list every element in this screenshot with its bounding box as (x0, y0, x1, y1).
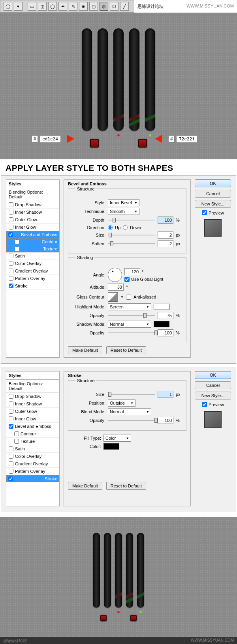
highlight-opacity-slider[interactable] (108, 313, 155, 318)
highlight-opacity-input[interactable] (158, 312, 173, 319)
depth-input[interactable] (158, 217, 173, 224)
depth-slider[interactable] (108, 217, 155, 223)
pen-tool-icon[interactable]: ✒ (58, 2, 67, 11)
bevel-settings: Bevel and Emboss Structure Style:Inner B… (64, 179, 191, 358)
panel-title: Stroke (68, 373, 186, 378)
style-stroke[interactable]: Stroke (6, 282, 59, 290)
altitude-input[interactable] (108, 284, 124, 291)
watermark-top: 思缘设计论坛 WWW.MISSYUAN.COM (134, 3, 237, 10)
style-pattern-overlay[interactable]: Pattern Overlay (6, 275, 59, 282)
size-input[interactable] (158, 231, 173, 239)
styles-header: Styles (6, 371, 59, 380)
style-select[interactable]: Inner Bevel▼ (108, 199, 139, 206)
style-bevel-emboss[interactable]: Bevel and Emboss (6, 231, 59, 238)
rect-tool-icon[interactable]: ▭ (28, 2, 36, 11)
freeform-pen-icon[interactable]: ✎ (69, 2, 77, 11)
style-contour[interactable]: Contour (6, 238, 59, 245)
anti-aliased-checkbox[interactable] (126, 295, 131, 300)
shadow-opacity-input[interactable] (158, 329, 173, 336)
polygon-tool-icon[interactable]: ⬡ (110, 2, 118, 11)
style-inner-glow[interactable]: Inner Glow (6, 224, 59, 231)
canvas-preview-top: # ed1c24 # 72e22f (0, 13, 237, 159)
rounded-rect-tool-icon[interactable]: ◫ (38, 2, 47, 11)
preview-checkbox[interactable] (202, 210, 207, 215)
shadow-mode-select[interactable]: Normal▼ (108, 321, 151, 328)
soften-slider[interactable] (108, 241, 155, 246)
hash-label: # (168, 135, 175, 142)
direction-down-radio[interactable] (123, 225, 128, 230)
rounded-square-icon[interactable]: ▢ (89, 2, 98, 11)
red-hex-value: ed1c24 (40, 135, 61, 143)
position-select[interactable]: Outside▼ (108, 399, 135, 407)
style-drop-shadow[interactable]: Drop Shadow (6, 201, 59, 209)
cancel-button[interactable]: Cancel (195, 190, 231, 198)
style-pattern-overlay[interactable]: Pattern Overlay (6, 468, 59, 475)
new-style-button[interactable]: New Style... (195, 392, 231, 399)
reset-default-button[interactable]: Reset to Default (106, 482, 146, 490)
style-color-overlay[interactable]: Color Overlay (6, 260, 59, 267)
shadow-color-swatch[interactable] (154, 321, 169, 327)
global-light-checkbox[interactable] (124, 277, 130, 282)
stroke-size-input[interactable] (158, 391, 173, 398)
line-tool-icon[interactable]: ╱ (120, 2, 129, 11)
soften-input[interactable] (158, 240, 173, 247)
bar-shape (137, 533, 144, 608)
bar-shape (98, 28, 108, 131)
style-drop-shadow[interactable]: Drop Shadow (6, 393, 59, 400)
style-texture[interactable]: Texture (6, 438, 59, 445)
fill-type-select[interactable]: Color▼ (103, 435, 131, 442)
style-inner-glow[interactable]: Inner Glow (6, 415, 59, 423)
green-dot (139, 611, 142, 613)
preview-checkbox[interactable] (202, 402, 207, 407)
new-style-button[interactable]: New Style... (195, 200, 231, 208)
angle-wheel[interactable] (108, 268, 122, 282)
red-button-shape (130, 615, 137, 621)
blending-options-row[interactable]: Blending Options: Default (6, 188, 59, 201)
style-outer-glow[interactable]: Outer Glow (6, 408, 59, 415)
make-default-button[interactable]: Make Default (68, 482, 102, 490)
style-texture[interactable]: Texture (6, 245, 59, 252)
rounded-rect-active-icon[interactable]: ◍ (100, 2, 108, 11)
square-tool-icon[interactable]: ■ (79, 2, 88, 11)
size-slider[interactable] (108, 232, 155, 238)
structure-legend: Structure (75, 187, 96, 191)
hash-label: # (32, 135, 38, 142)
style-color-overlay[interactable]: Color Overlay (6, 453, 59, 460)
cancel-button[interactable]: Cancel (195, 381, 231, 389)
highlight-color-swatch[interactable] (154, 304, 169, 310)
style-bevel-emboss[interactable]: Bevel and Emboss (6, 423, 59, 430)
dropdown-icon[interactable]: ▾ (14, 2, 23, 11)
make-default-button[interactable]: Make Default (68, 346, 102, 354)
style-gradient-overlay[interactable]: Gradient Overlay (6, 460, 59, 468)
stroke-opacity-slider[interactable] (108, 418, 155, 423)
technique-select[interactable]: Smooth▼ (108, 208, 139, 215)
direction-up-radio[interactable] (108, 225, 113, 230)
style-satin[interactable]: Satin (6, 445, 59, 453)
style-inner-shadow[interactable]: Inner Shadow (6, 209, 59, 216)
style-stroke[interactable]: Stroke (6, 475, 59, 482)
styles-header: Styles (6, 180, 59, 188)
angle-input[interactable] (124, 268, 140, 275)
stroke-size-slider[interactable] (108, 392, 155, 397)
style-gradient-overlay[interactable]: Gradient Overlay (6, 267, 59, 275)
ellipse-tool-icon[interactable]: ◯ (4, 2, 12, 11)
style-satin[interactable]: Satin (6, 252, 59, 260)
highlight-mode-select[interactable]: Screen▼ (108, 303, 151, 310)
ellipse2-tool-icon[interactable]: ◯ (48, 2, 57, 11)
shadow-opacity-slider[interactable] (108, 330, 155, 336)
style-inner-shadow[interactable]: Inner Shadow (6, 400, 59, 408)
layer-style-dialog-bevel: Styles Blending Options: Default Drop Sh… (1, 175, 236, 364)
style-outer-glow[interactable]: Outer Glow (6, 216, 59, 224)
red-button-shape (90, 139, 99, 147)
gloss-contour-swatch[interactable] (108, 292, 118, 302)
ok-button[interactable]: OK (195, 179, 231, 187)
ok-button[interactable]: OK (195, 371, 231, 379)
style-contour[interactable]: Contour (6, 430, 59, 438)
blending-options-row[interactable]: Blending Options: Default (6, 380, 59, 393)
stroke-opacity-input[interactable] (158, 417, 173, 424)
blend-mode-select[interactable]: Normal▼ (108, 408, 151, 415)
reset-default-button[interactable]: Reset to Default (106, 346, 146, 354)
bar-shape (126, 533, 133, 608)
arrow-right-icon (67, 135, 74, 143)
stroke-color-swatch[interactable] (103, 443, 119, 450)
